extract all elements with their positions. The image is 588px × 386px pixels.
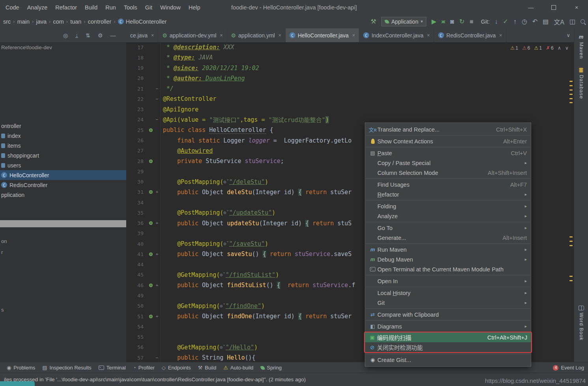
scroll-to-icon[interactable]: ↓: [75, 33, 78, 38]
target-icon[interactable]: ◎: [63, 32, 68, 39]
menu-item-column-selection-mode[interactable]: Column Selection ModeAlt+Shift+Insert: [365, 168, 531, 178]
menu-analyze[interactable]: Analyze: [23, 4, 52, 11]
spring-bean-icon[interactable]: [149, 315, 153, 318]
menu-item-open-in[interactable]: Open In▸: [365, 276, 531, 286]
breadcrumb-java[interactable]: java: [35, 19, 47, 25]
menu-item-refactor[interactable]: Refactor▸: [365, 189, 531, 199]
breadcrumb-controller[interactable]: controller: [87, 19, 112, 25]
menu-window[interactable]: Window: [156, 4, 185, 11]
close-button[interactable]: ×: [565, 0, 588, 15]
tab-helloconteroller-java[interactable]: CHelloConteroller.java×: [286, 28, 359, 42]
menu-item-folding[interactable]: Folding▸: [365, 201, 531, 211]
stop-icon[interactable]: ■: [470, 18, 474, 25]
layout-icon[interactable]: ◫: [569, 18, 575, 25]
tool-stripe-maven[interactable]: mMaven: [574, 34, 588, 59]
open-in-folder-icon[interactable]: ▤: [543, 18, 549, 25]
menu-run[interactable]: Run: [101, 4, 120, 11]
project-item-rediscontroller[interactable]: CRedisController: [0, 180, 126, 190]
git-push-icon[interactable]: ↑: [513, 18, 517, 25]
rerun-icon[interactable]: ↻: [459, 18, 464, 25]
debug-bug-icon[interactable]: ж: [442, 19, 445, 24]
tool-button-endpoints[interactable]: ◇Endpoints: [158, 362, 194, 373]
next-warning-icon[interactable]: ∨: [565, 45, 569, 51]
tab-rediscontroller-java[interactable]: CRedisController.java×: [434, 28, 506, 42]
project-item-index[interactable]: index: [0, 131, 126, 141]
spring-bean-icon[interactable]: [149, 160, 153, 163]
tool-stripe-word-book[interactable]: Word Book: [574, 306, 588, 341]
tool-button-build[interactable]: ⚒Build: [194, 362, 220, 373]
menu-item-debug-maven[interactable]: mDebug Maven▸: [365, 254, 531, 264]
git-commit-icon[interactable]: ✓: [503, 18, 508, 25]
menu-help[interactable]: Help: [185, 4, 204, 11]
tab-close-icon[interactable]: ×: [499, 33, 502, 38]
menu-item-paste[interactable]: ▤PasteCtrl+V: [365, 148, 531, 158]
project-item-pplication[interactable]: pplication: [0, 190, 126, 200]
tool-stripe-database[interactable]: Database: [574, 68, 588, 99]
menu-item-copy-paste-special[interactable]: Copy / Paste Special▸: [365, 158, 531, 168]
breadcrumb-main[interactable]: main: [17, 19, 30, 25]
tool-button-terminal[interactable]: >_Terminal: [95, 362, 129, 373]
spring-bean-icon[interactable]: [149, 190, 153, 194]
tab-application-yml[interactable]: ⚙application.yml×: [227, 28, 286, 42]
menu-item-go-to[interactable]: Go To▸: [365, 223, 531, 233]
tab-close-icon[interactable]: ×: [278, 33, 281, 38]
prev-warning-icon[interactable]: ∧: [558, 45, 561, 51]
tool-button-problems[interactable]: ◉Problems: [3, 362, 39, 373]
fold-marker-icon[interactable]: −: [156, 117, 159, 122]
menu-item-show-context-actions[interactable]: Show Context ActionsAlt+Enter: [365, 136, 531, 146]
fold-marker-icon[interactable]: +: [156, 252, 159, 257]
menu-code[interactable]: Code: [2, 4, 23, 11]
spring-bean-icon[interactable]: [149, 128, 153, 132]
run-config-selector[interactable]: Application▾: [381, 17, 426, 26]
tool-button-profiler[interactable]: ◔Profiler: [129, 362, 158, 373]
fold-marker-icon[interactable]: +: [156, 221, 159, 226]
breadcrumb-com[interactable]: com: [52, 19, 64, 25]
fold-marker-icon[interactable]: +: [156, 283, 159, 288]
project-item-items[interactable]: items: [0, 141, 126, 150]
menu-item-compare-with-clipboard[interactable]: ⇄Compare with Clipboard: [365, 310, 531, 319]
menu-build[interactable]: Build: [81, 4, 101, 11]
tool-button-inspection-results[interactable]: ▤Inspection Results: [39, 362, 95, 373]
menu-item-local-history[interactable]: Local History▸: [365, 288, 531, 298]
spring-bean-icon[interactable]: [149, 221, 153, 225]
fold-marker-icon[interactable]: +: [156, 314, 159, 319]
event-log-button[interactable]: 4 Event Log: [553, 362, 584, 373]
tab-application-dev-yml[interactable]: ⚙application-dev.yml×: [158, 28, 227, 42]
spring-bean-icon[interactable]: [149, 252, 153, 256]
maximize-button[interactable]: [542, 0, 565, 15]
menu-item-analyze[interactable]: Analyze▸: [365, 211, 531, 221]
tab-close-icon[interactable]: ×: [427, 33, 430, 38]
menu-refactor[interactable]: Refactor: [51, 4, 81, 11]
menu-git[interactable]: Git: [141, 4, 157, 11]
collapse-icon[interactable]: —: [110, 32, 116, 39]
tab-indexconteroller-java[interactable]: CIndexConteroller.java×: [359, 28, 434, 42]
translate-icon[interactable]: 文A: [554, 17, 564, 26]
run-icon[interactable]: ▶: [431, 18, 436, 25]
project-gray-bar[interactable]: [0, 220, 126, 227]
menu-item-generate[interactable]: Generate...Alt+Insert: [365, 233, 531, 243]
tool-button-auto-build[interactable]: ⚠Auto-build: [220, 362, 257, 373]
breadcrumb-tuan[interactable]: tuan: [69, 19, 82, 25]
fold-marker-icon[interactable]: −: [156, 86, 159, 91]
menu-item-find-usages[interactable]: Find UsagesAlt+F7: [365, 180, 531, 189]
menu-item-run-maven[interactable]: mRun Maven▸: [365, 245, 531, 254]
menu-item-disable-realtime-inspection[interactable]: ⊘关闭实时检测功能: [365, 342, 531, 352]
spring-bean-icon[interactable]: [149, 284, 153, 287]
tabs-dropdown-icon[interactable]: ∨: [566, 32, 570, 38]
menu-item-open-terminal-at-the-current-maven-module-path[interactable]: >_Open Terminal at the Current Maven Mod…: [365, 264, 531, 274]
menu-item-translate-and-replace[interactable]: 文ʀTranslate and Replace...Ctrl+Shift+X: [365, 124, 531, 134]
tab-ce-java[interactable]: ce.java×: [126, 28, 158, 42]
project-item-helloconteroller[interactable]: CHelloConteroller: [0, 170, 126, 180]
git-revert-icon[interactable]: ↶: [532, 18, 538, 25]
menu-tools[interactable]: Tools: [120, 4, 141, 11]
inspections-widget[interactable]: ⚠1⚠6⚠1✗6∧∨: [510, 45, 569, 51]
tab-close-icon[interactable]: ×: [352, 33, 355, 38]
git-update-icon[interactable]: ↓: [495, 18, 498, 25]
menu-item-git[interactable]: Git▸: [365, 298, 531, 308]
tab-close-icon[interactable]: ×: [151, 33, 154, 38]
updown-icon[interactable]: ⇅: [86, 32, 90, 39]
breadcrumb-src[interactable]: src: [2, 19, 11, 25]
git-history-icon[interactable]: ◷: [522, 18, 527, 25]
breadcrumb-helloconteroller[interactable]: CHelloConteroller: [117, 19, 168, 25]
project-item-shoppingcart[interactable]: shoppingcart: [0, 150, 126, 160]
